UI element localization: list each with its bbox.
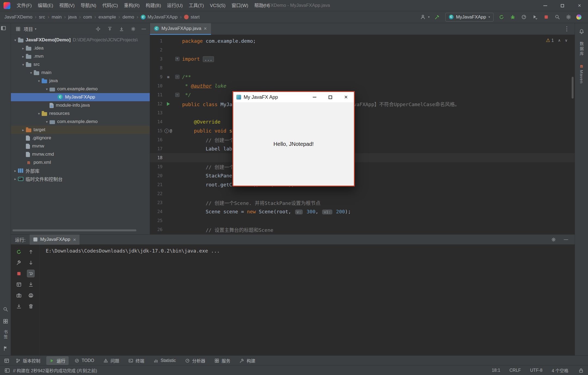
run-config-selector[interactable]: MyJavaFXApp ▾	[445, 13, 494, 21]
status-message[interactable]: // 构建在 2秒942毫秒内成功完成 (片刻之前)	[13, 367, 97, 374]
editor-line[interactable]: 3+import ...	[150, 54, 575, 63]
menu-item[interactable]: 重构(R)	[121, 0, 143, 11]
editor-tab[interactable]: MyJavaFXApp.java ×	[150, 23, 211, 35]
editor-line[interactable]: 16// 创建一个Label用来显示文本	[150, 135, 575, 144]
minimize-button[interactable]	[537, 0, 554, 11]
menu-item[interactable]: 工具(T)	[186, 0, 207, 11]
chevron-down-icon[interactable]: ▾	[35, 27, 36, 31]
menu-item[interactable]: 构建(B)	[143, 0, 164, 11]
run-gutter-icon[interactable]	[167, 102, 170, 106]
file-encoding[interactable]: UTF-8	[530, 368, 542, 373]
menu-item[interactable]: 窗口(W)	[229, 0, 251, 11]
toolwindow-stripe-maven[interactable]: m Maven	[579, 63, 584, 84]
wrap-icon[interactable]	[27, 270, 35, 277]
run-with-options-button[interactable]	[532, 14, 538, 20]
editor-line[interactable]: 18	[150, 153, 575, 162]
tree-item[interactable]: mvnw	[11, 142, 150, 150]
up-icon[interactable]	[27, 248, 35, 256]
hide-toolwindow-button[interactable]: —	[564, 237, 568, 242]
user-icon[interactable]	[419, 14, 426, 20]
tree-item[interactable]: ▾com.example.demo	[11, 85, 150, 93]
tree-item[interactable]: ▸.mvn	[11, 52, 150, 60]
editor-line[interactable]: 15↑@public void start(Stage primaryStage…	[150, 126, 575, 135]
editor-line[interactable]: 2	[150, 45, 575, 54]
editor-line[interactable]: 11− */	[150, 90, 575, 99]
editor-line[interactable]: 13	[150, 108, 575, 117]
horizontal-scrollbar[interactable]	[13, 229, 136, 231]
build-hammer-icon[interactable]	[434, 14, 441, 20]
editor-line[interactable]: 22	[150, 189, 575, 198]
maximize-button[interactable]	[554, 0, 571, 11]
javafx-minimize-button[interactable]	[307, 92, 322, 102]
editor-scrollbar[interactable]	[572, 77, 574, 99]
console-settings-icon[interactable]	[550, 236, 557, 243]
tree-item[interactable]: ▸.idea	[11, 44, 150, 52]
search-everywhere-button[interactable]	[554, 14, 561, 20]
editor-line[interactable]: 8	[150, 63, 575, 72]
scrollend-icon[interactable]	[27, 281, 35, 288]
hide-panel-button[interactable]: —	[142, 26, 146, 31]
toolwindow-button-terminal[interactable]: 终端	[125, 356, 148, 365]
javafx-titlebar[interactable]: My JavaFX App ×	[233, 92, 354, 102]
toolwindow-button-profiler[interactable]: 分析器	[182, 356, 209, 365]
stop-icon[interactable]	[15, 270, 23, 277]
import-icon[interactable]	[15, 302, 23, 310]
breadcrumb-class[interactable]: MyJavaFXApp	[140, 14, 178, 20]
tree-item[interactable]: mvnw.cmd	[11, 150, 150, 158]
tree-item[interactable]: ▾java	[11, 77, 150, 85]
toolwindow-button-services[interactable]: 服务	[211, 356, 234, 365]
breadcrumb-item[interactable]: main	[51, 14, 62, 20]
fold-marker-icon[interactable]: +	[175, 57, 179, 61]
run-button[interactable]	[498, 14, 505, 20]
tree-item[interactable]: ▾com.example.demo	[11, 118, 150, 126]
profiler-button[interactable]	[520, 14, 527, 20]
debug-button[interactable]	[509, 14, 516, 20]
fold-marker-icon[interactable]: −	[175, 93, 179, 97]
toolwindow-button-stats[interactable]: Statistic	[150, 357, 179, 364]
tree-item[interactable]: ▸target	[11, 126, 150, 134]
layout-stripe-icon[interactable]	[2, 318, 9, 324]
menu-item[interactable]: 代码(C)	[99, 0, 121, 11]
expand-all-button[interactable]	[106, 26, 113, 32]
javafx-maximize-button[interactable]	[322, 92, 338, 102]
find-stripe-icon[interactable]	[2, 306, 9, 312]
layout-icon[interactable]	[15, 281, 23, 288]
close-button[interactable]: ×	[571, 0, 588, 11]
camera-icon[interactable]	[15, 291, 23, 299]
readonly-lock-icon[interactable]	[578, 367, 584, 374]
toolwindow-button-branch[interactable]: 版本控制	[13, 356, 44, 365]
wrench-icon[interactable]	[15, 259, 23, 266]
indent-setting[interactable]: 4 个空格	[552, 367, 568, 374]
breadcrumb-item[interactable]: demo	[122, 14, 135, 20]
toolwindow-stripe-database[interactable]: 数据库	[579, 42, 584, 56]
print-icon[interactable]	[27, 291, 35, 299]
editor-line[interactable]: 25	[150, 216, 575, 225]
editor-line[interactable]: 1package com.example.demo;	[150, 36, 575, 45]
editor-line[interactable]: 24Scene scene = new Scene(root, v: 300, …	[150, 207, 575, 216]
toolwindow-stripe-bookmarks[interactable]: 书签	[3, 330, 8, 340]
editor-line[interactable]: 17Label label = new Label(text: "Hello, …	[150, 144, 575, 153]
menu-item[interactable]: 视图(V)	[56, 0, 78, 11]
rerun-icon[interactable]	[15, 248, 23, 256]
editor-line[interactable]: 19// 创建一个StackPane作为根节点	[150, 162, 575, 171]
javafx-close-button[interactable]: ×	[338, 92, 354, 102]
menu-item[interactable]: VCS(S)	[207, 0, 229, 11]
toolwindow-switcher-icon[interactable]	[4, 367, 10, 374]
tree-item[interactable]: ▸外部库	[11, 167, 150, 175]
menu-item[interactable]: 导航(N)	[78, 0, 99, 11]
tree-item[interactable]: ▾main	[11, 69, 150, 77]
console-output[interactable]: E:\Downloads\CodesDownloads\jdk\jdk-17.0…	[46, 248, 569, 254]
tree-item[interactable]: ▾src	[11, 60, 150, 69]
editor-line[interactable]: 14@Override	[150, 117, 575, 126]
caret-position[interactable]: 18:1	[492, 368, 500, 373]
tree-item[interactable]: .gitignore	[11, 134, 150, 142]
editor-line[interactable]: 20StackPane root = new StackPane();	[150, 171, 575, 180]
editor-line[interactable]: 21root.getChildren().add(label);	[150, 180, 575, 189]
render-doc-gutter-icon[interactable]: ≡	[167, 75, 169, 79]
window-layout-icon[interactable]	[3, 357, 10, 364]
toolwindow-button-play[interactable]: 运行	[46, 356, 69, 365]
tree-item[interactable]: ▾resources	[11, 109, 150, 118]
menu-item[interactable]: 运行(U)	[164, 0, 186, 11]
down-icon[interactable]	[27, 259, 35, 266]
collapse-all-button[interactable]	[118, 26, 125, 32]
